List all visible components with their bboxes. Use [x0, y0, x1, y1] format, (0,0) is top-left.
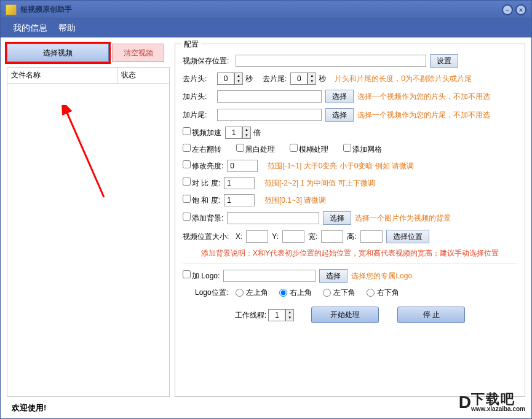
add-tail-hint: 选择一个视频作为您的片尾，不加不用选: [357, 110, 490, 120]
choose-tail-button[interactable]: 选择: [325, 108, 354, 122]
bg-hint: 选择一个图片作为视频的背景: [355, 213, 451, 224]
choose-logo-button[interactable]: 选择: [319, 269, 347, 283]
trim-head-input[interactable]: [217, 72, 234, 85]
pos-h-label: 高:: [347, 232, 356, 242]
trim-head-unit: 秒: [245, 74, 253, 84]
add-head-input[interactable]: [217, 90, 322, 103]
choose-bg-button[interactable]: 选择: [323, 211, 351, 225]
spin-up-icon[interactable]: ▲: [286, 310, 293, 315]
pos-w-label: 宽:: [308, 232, 317, 242]
menu-help[interactable]: 帮助: [58, 23, 76, 34]
app-icon: [6, 4, 17, 15]
bw-label: 黑白处理: [245, 145, 275, 154]
blur-checkbox[interactable]: [290, 144, 298, 152]
bw-checkbox[interactable]: [236, 144, 244, 152]
minimize-button[interactable]: –: [502, 4, 513, 15]
pos-x-label: X:: [236, 232, 242, 241]
trim-hint: 片头和片尾的长度，0为不剔除片头或片尾: [335, 74, 472, 84]
save-location-input[interactable]: [236, 55, 426, 67]
add-head-label: 加片头:: [183, 92, 213, 102]
trim-tail-label: 去片尾:: [263, 74, 287, 84]
status-text: 欢迎使用!: [1, 397, 531, 418]
watermark: D 下载吧 www.xiazaiba.com: [459, 393, 525, 412]
logo-tr-radio[interactable]: [279, 289, 287, 297]
brightness-label: 修改亮度:: [192, 162, 223, 170]
logo-tr-label: 右上角: [290, 288, 312, 298]
logo-label: 加 Logo:: [192, 272, 220, 280]
speed-unit: 倍: [253, 128, 261, 138]
trim-tail-unit: 秒: [319, 74, 326, 84]
blur-label: 模糊处理: [299, 145, 328, 154]
spin-up-icon[interactable]: ▲: [308, 73, 316, 79]
add-tail-input[interactable]: [217, 109, 322, 121]
choose-head-button[interactable]: 选择: [325, 90, 354, 103]
brightness-checkbox[interactable]: [183, 160, 191, 168]
select-video-button[interactable]: 选择视频: [7, 44, 109, 62]
contrast-checkbox[interactable]: [183, 178, 191, 186]
speed-checkbox[interactable]: [183, 127, 191, 135]
logo-hint: 选择您的专属Logo: [351, 271, 412, 281]
set-location-button[interactable]: 设置: [430, 54, 458, 68]
close-button[interactable]: ×: [515, 4, 526, 15]
pos-y-input[interactable]: [282, 230, 304, 243]
choose-position-button[interactable]: 选择位置: [386, 230, 429, 243]
column-filename[interactable]: 文件名称: [7, 68, 117, 84]
spin-down-icon[interactable]: ▼: [308, 79, 316, 84]
saturation-checkbox[interactable]: [183, 195, 191, 203]
logo-bl-radio[interactable]: [323, 289, 331, 297]
grid-label: 添加网格: [352, 145, 382, 154]
logo-bl-label: 左下角: [333, 288, 355, 298]
logo-br-radio[interactable]: [367, 289, 375, 297]
logo-pos-label: Logo位置:: [195, 288, 232, 298]
pos-w-input[interactable]: [321, 230, 343, 243]
spin-up-icon[interactable]: ▲: [235, 73, 242, 79]
worker-label: 工作线程:: [235, 311, 266, 319]
start-button[interactable]: 开始处理: [311, 307, 379, 323]
spin-down-icon[interactable]: ▼: [286, 315, 293, 321]
flip-checkbox[interactable]: [183, 144, 191, 152]
trim-tail-input[interactable]: [290, 72, 308, 85]
spin-down-icon[interactable]: ▼: [243, 133, 250, 138]
spin-down-icon[interactable]: ▼: [235, 79, 242, 84]
file-list[interactable]: [7, 84, 170, 397]
flip-label: 左右翻转: [192, 145, 221, 154]
logo-checkbox[interactable]: [183, 270, 191, 278]
add-tail-label: 加片尾:: [183, 110, 213, 120]
add-head-hint: 选择一个视频作为您的片头，不加不用选: [357, 92, 490, 102]
grid-checkbox[interactable]: [343, 144, 351, 152]
pos-y-label: Y:: [272, 232, 279, 241]
saturation-hint: 范围[0.1~3] 请微调: [264, 195, 326, 206]
saturation-input[interactable]: [224, 194, 255, 206]
bg-label: 添加背景:: [192, 214, 223, 222]
speed-label: 视频加速: [192, 128, 221, 137]
bg-note: 添加背景说明：X和Y代表初步位置的起始位置，宽和高代表视频的宽高；建议手动选择位…: [201, 248, 499, 259]
bg-input[interactable]: [227, 212, 319, 224]
window-title: 短视频原创助手: [20, 4, 499, 15]
pos-label: 视频位置大小:: [183, 232, 232, 242]
contrast-hint: 范围[-2~2] 1 为中间值 可上下微调: [264, 178, 375, 189]
stop-button[interactable]: 停 止: [397, 307, 465, 323]
brightness-hint: 范围[-1~1] 大于0变亮 小于0变暗 例如 请微调: [268, 161, 414, 171]
logo-tl-radio[interactable]: [236, 289, 244, 297]
logo-br-label: 右下角: [377, 288, 399, 298]
pos-h-input[interactable]: [360, 230, 383, 243]
trim-head-label: 去片头:: [183, 74, 213, 84]
bg-checkbox[interactable]: [183, 213, 191, 221]
spin-up-icon[interactable]: ▲: [243, 127, 250, 133]
config-group-label: 配置: [181, 39, 201, 50]
logo-tl-label: 左上角: [246, 288, 268, 298]
saturation-label: 饱 和 度:: [192, 196, 220, 205]
speed-input[interactable]: [225, 127, 242, 139]
pos-x-input[interactable]: [246, 230, 268, 243]
contrast-label: 对 比 度:: [192, 179, 220, 187]
brightness-input[interactable]: [227, 160, 258, 172]
worker-input[interactable]: [268, 309, 285, 321]
logo-input[interactable]: [223, 270, 316, 282]
column-status[interactable]: 状态: [117, 68, 170, 84]
save-location-label: 视频保存位置:: [183, 56, 232, 66]
contrast-input[interactable]: [224, 177, 255, 189]
menu-myinfo[interactable]: 我的信息: [13, 23, 47, 34]
clear-video-button[interactable]: 清空视频: [112, 44, 164, 62]
